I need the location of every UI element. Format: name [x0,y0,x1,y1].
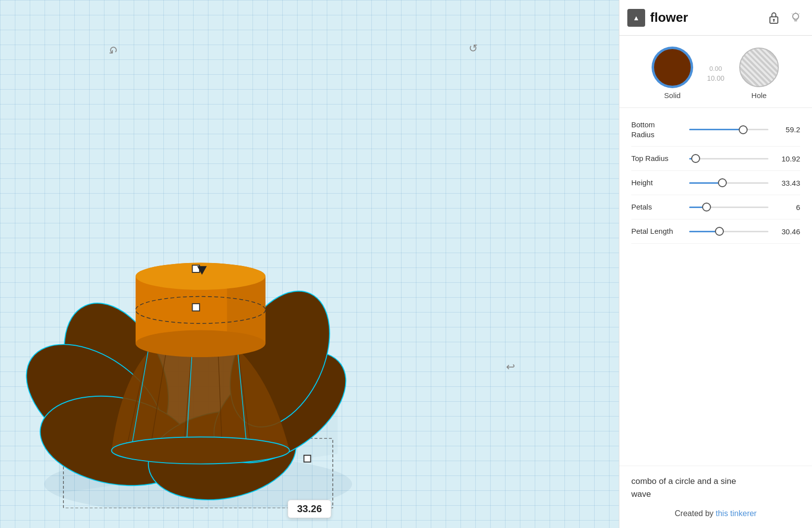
collapse-button[interactable]: ▲ [627,9,645,27]
slider-track-0[interactable] [689,125,768,135]
slider-row-4: Petal Length30.46 [631,219,800,244]
slider-thumb-0[interactable] [739,125,748,134]
shape-description: combo of a circle and a sinewave [619,466,812,504]
slider-track-4[interactable] [689,226,768,236]
slider-label-2: Height [631,178,683,188]
hole-option[interactable]: Hole [739,48,779,100]
lock-button[interactable] [765,9,782,26]
slider-value-1: 10.92 [774,155,800,163]
slider-value-2: 33.43 [774,179,800,187]
rotate-handle-tr[interactable]: ↻ [464,42,478,56]
dim-value: 10.00 [707,74,724,82]
creator-link[interactable]: this tinkerer [716,509,757,518]
dimension-badge: 33.26 [288,500,331,518]
hole-circle [739,48,779,87]
svg-point-37 [793,13,799,19]
svg-line-39 [792,13,793,14]
slider-row-3: Petals6 [631,195,800,219]
panel-title: flower [650,10,761,25]
svg-line-40 [799,13,800,14]
svg-rect-31 [192,304,200,311]
svg-point-23 [111,437,289,464]
slider-label-0: BottomRadius [631,120,683,139]
slider-value-0: 59.2 [774,125,800,134]
slider-thumb-4[interactable] [715,227,724,236]
slider-track-1[interactable] [689,154,768,163]
panel-header: ▲ flower [619,0,812,36]
properties-panel: ▲ flower Solid [619,0,812,528]
svg-point-27 [136,330,265,357]
hole-value: 0.00 [710,65,722,72]
slider-row-0: BottomRadius59.2 [631,113,800,147]
rotate-handle-br[interactable]: ↩ [506,361,520,374]
hole-label: Hole [752,91,767,100]
slider-value-3: 6 [774,203,800,211]
slider-thumb-2[interactable] [718,178,727,187]
slider-track-2[interactable] [689,178,768,188]
slider-thumb-1[interactable] [691,154,700,163]
rotate-handle-tl[interactable]: ↺ [104,42,118,56]
flower-3d-model [15,171,386,508]
solid-circle [653,48,692,87]
created-by: Created by this tinkerer [619,504,812,528]
svg-rect-33 [304,455,311,462]
slider-track-3[interactable] [689,202,768,212]
bulb-button[interactable] [787,9,804,26]
sliders-section: BottomRadius59.2Top Radius10.92Height33.… [619,108,812,466]
slider-label-1: Top Radius [631,154,683,163]
slider-row-2: Height33.43 [631,171,800,195]
slider-row-1: Top Radius10.92 [631,147,800,171]
solid-label: Solid [664,91,680,100]
svg-point-35 [773,19,775,21]
slider-value-4: 30.46 [774,227,800,236]
slider-label-3: Petals [631,202,683,212]
solid-option[interactable]: Solid [653,48,692,100]
shape-selector: Solid 0.00 10.00 Hole [619,36,812,108]
3d-viewport[interactable]: ↺ ↻ ↩ [0,0,619,528]
slider-thumb-3[interactable] [702,203,711,211]
slider-label-4: Petal Length [631,226,683,236]
